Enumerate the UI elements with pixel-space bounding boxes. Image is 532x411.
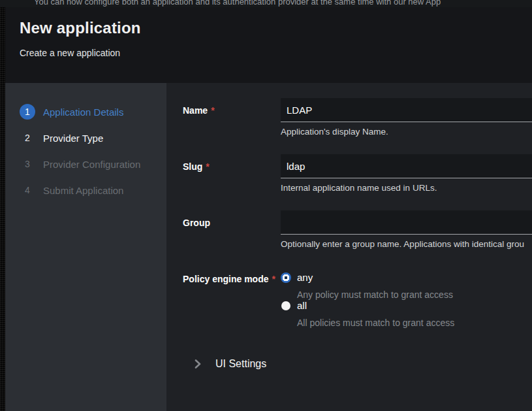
radio-any-description: Any policy must match to grant access <box>297 289 532 300</box>
name-input[interactable] <box>281 98 532 122</box>
new-application-modal: New application Create a new application… <box>5 7 532 411</box>
slug-helper-text: Internal application name used in URLs. <box>281 183 532 193</box>
announcement-banner: You can now configure both an applicatio… <box>0 0 532 7</box>
modal-backdrop <box>0 7 5 411</box>
step-label: Provider Configuration <box>43 159 140 170</box>
radio-option-any: any <box>281 272 532 283</box>
wizard-step-provider-configuration: 3 Provider Configuration <box>5 151 166 177</box>
radio-any-label[interactable]: any <box>297 272 313 283</box>
policy-engine-mode-options: any Any policy must match to grant acces… <box>281 267 532 328</box>
wizard: 1 Application Details 2 Provider Type 3 … <box>5 83 532 411</box>
step-number: 3 <box>20 156 35 172</box>
group-helper-text: Optionally enter a group name. Applicati… <box>281 239 532 249</box>
name-field-row: Name* Application's display Name. <box>183 98 532 137</box>
radio-all-label[interactable]: all <box>297 300 307 311</box>
policy-engine-mode-row: Policy engine mode* any Any policy must … <box>183 267 532 328</box>
chevron-right-icon <box>195 359 201 369</box>
radio-all-unselected[interactable] <box>281 301 290 310</box>
modal-title: New application <box>20 19 532 37</box>
announcement-banner-text: You can now configure both an applicatio… <box>0 0 532 7</box>
name-label: Name* <box>183 98 281 137</box>
radio-option-all: all <box>281 300 532 311</box>
step-number-badge: 1 <box>20 104 35 120</box>
required-asterisk: * <box>206 161 209 172</box>
radio-all-description: All policies must match to grant access <box>297 318 532 328</box>
slug-input[interactable] <box>281 154 532 178</box>
group-field-control: Optionally enter a group name. Applicati… <box>281 210 532 249</box>
required-asterisk: * <box>272 274 275 284</box>
policy-engine-mode-label: Policy engine mode* <box>183 267 281 328</box>
step-label: Provider Type <box>43 133 103 144</box>
slug-field-row: Slug* Internal application name used in … <box>183 154 532 193</box>
step-label: Application Details <box>43 107 123 118</box>
radio-any-selected[interactable] <box>281 272 291 283</box>
wizard-step-application-details[interactable]: 1 Application Details <box>5 99 166 125</box>
step-number: 4 <box>20 182 35 198</box>
wizard-nav: 1 Application Details 2 Provider Type 3 … <box>5 83 166 411</box>
slug-label: Slug* <box>183 154 281 193</box>
modal-subtitle: Create a new application <box>20 48 532 58</box>
ui-settings-label: UI Settings <box>215 358 266 370</box>
required-asterisk: * <box>211 105 214 116</box>
name-helper-text: Application's display Name. <box>281 127 532 137</box>
ui-settings-expander[interactable]: UI Settings <box>183 358 532 370</box>
step-label: Submit Application <box>43 185 123 196</box>
wizard-step-provider-type[interactable]: 2 Provider Type <box>5 125 166 151</box>
application-details-form: Name* Application's display Name. Slug* … <box>166 83 532 411</box>
slug-field-control: Internal application name used in URLs. <box>281 154 532 193</box>
wizard-step-submit-application: 4 Submit Application <box>5 177 166 203</box>
step-number: 2 <box>20 130 35 146</box>
name-field-control: Application's display Name. <box>281 98 532 137</box>
group-input[interactable] <box>281 210 532 235</box>
modal-header: New application Create a new application <box>5 7 532 83</box>
group-field-row: Group Optionally enter a group name. App… <box>183 210 532 249</box>
group-label: Group <box>183 210 281 249</box>
